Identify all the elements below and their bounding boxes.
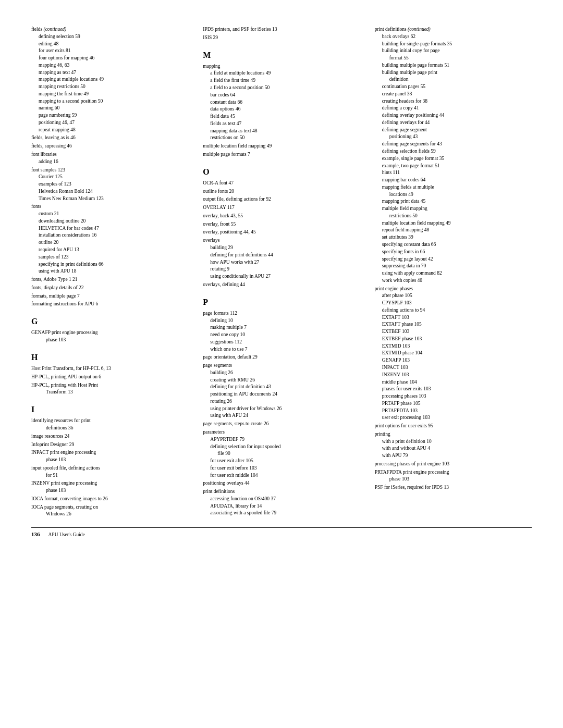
index-sub-entry: with a print definition 10 — [375, 438, 532, 446]
index-entry: mapping — [203, 63, 360, 70]
index-entry: image resources 24 — [31, 433, 188, 440]
index-entry: parameters — [203, 429, 360, 436]
index-sub-entry: need one copy 10 — [203, 331, 360, 339]
index-sub-entry: samples of 123 — [31, 254, 188, 261]
index-entry: multiple location field mapping 49 — [203, 143, 360, 150]
index-sub-entry: custom 21 — [31, 211, 188, 218]
index-sub-entry: field data 45 — [203, 113, 360, 120]
index-sub-entry: GENAFP 103 — [375, 357, 532, 364]
section-letter-H: H — [31, 351, 188, 363]
index-sub-entry: building multiple page print — [375, 69, 532, 77]
index-sub-entry: mapping restrictions 50 — [31, 83, 188, 91]
index-sub-entry: downloading outline 20 — [31, 218, 188, 225]
index-entry: print definitions (continued) — [375, 26, 532, 33]
index-sub-entry: CPYSPLF 103 — [375, 300, 532, 307]
index-sub-entry: positioning in APU documents 24 — [203, 391, 360, 398]
index-sub-entry: using printer driver for Windows 26 — [203, 405, 360, 413]
index-sub-entry: mapping the first time 49 — [31, 91, 188, 98]
index-entry: INZENV print engine processing — [31, 480, 188, 487]
index-entry: HP-PCL, printing with Host Print — [31, 382, 188, 389]
index-sub-entry: mapping bar codes 64 — [375, 177, 532, 184]
index-sub-entry: definitions 36 — [31, 425, 188, 432]
index-sub-entry: defining page segment — [375, 127, 532, 134]
index-sub-entry: APYPRTDEF 79 — [203, 436, 360, 443]
index-entry: IPDS printers, and PSF for iSeries 13 — [203, 26, 360, 33]
section-letter-M: M — [203, 49, 360, 61]
index-sub-entry: building 26 — [203, 369, 360, 377]
index-entry: overlay, positioning 44, 45 — [203, 229, 360, 236]
index-entry: INPACT print engine processing — [31, 449, 188, 456]
index-sub-entry: adding 16 — [31, 158, 188, 166]
index-sub-entry: defining a copy 41 — [375, 105, 532, 112]
index-entry: outline fonts 20 — [203, 188, 360, 195]
index-sub-entry: suppressing data in 70 — [375, 263, 532, 270]
index-sub-entry: specifying fonts in 66 — [375, 249, 532, 256]
index-sub-entry: installation considerations 16 — [31, 232, 188, 239]
index-entry: print options for user exits 95 — [375, 423, 532, 430]
index-sub-entry: Transform 13 — [31, 389, 188, 396]
index-sub-entry: four options for mapping 46 — [31, 55, 188, 62]
index-sub-entry: phases for user exits 103 — [375, 386, 532, 393]
index-sub-entry: HELVETICA for bar codes 47 — [31, 225, 188, 232]
index-sub-entry: defining overlays for 44 — [375, 119, 532, 127]
index-sub-entry: how APU works with 27 — [203, 259, 360, 266]
index-entry: overlays — [203, 237, 360, 244]
index-entry: fields, leaving as is 46 — [31, 134, 188, 142]
index-sub-entry: EXTMID 103 — [375, 343, 532, 350]
index-entry: page formats 112 — [203, 310, 360, 317]
index-sub-entry: defining overlay positioning 44 — [375, 112, 532, 119]
index-sub-entry: locations 49 — [375, 191, 532, 199]
index-sub-entry: defining actions to 94 — [375, 307, 532, 314]
index-sub-entry: processing phases 103 — [375, 393, 532, 400]
index-entry: page segments, steps to create 26 — [203, 421, 360, 428]
index-sub-entry: work with copies 40 — [375, 277, 532, 285]
index-sub-entry: EXTAFT 103 — [375, 314, 532, 322]
index-sub-entry: fields as text 47 — [203, 120, 360, 128]
index-sub-entry: hints 111 — [375, 169, 532, 177]
index-sub-entry: mapping to a second position 50 — [31, 98, 188, 105]
index-sub-entry: phase 103 — [31, 487, 188, 495]
index-sub-entry: mapping print data 45 — [375, 198, 532, 205]
index-entry: OVERLAY 117 — [203, 204, 360, 212]
index-entry: HP-PCL, printing APU output on 6 — [31, 374, 188, 381]
index-sub-entry: defining selection for input spooled — [203, 443, 360, 451]
index-entry: processing phases of print engine 103 — [375, 461, 532, 468]
index-sub-entry: mapping 46, 63 — [31, 62, 188, 69]
index-entry: ISIS 29 — [203, 34, 360, 42]
index-entry: positioning overlays 44 — [203, 480, 360, 487]
index-sub-entry: EXTMID phase 104 — [375, 350, 532, 357]
index-sub-entry: specifying constant data 66 — [375, 241, 532, 249]
index-sub-entry: defining for print definitions 44 — [203, 252, 360, 259]
index-sub-entry: for 91 — [31, 472, 188, 479]
column-3: print definitions (continued)back overla… — [375, 25, 532, 518]
entry-term: fields — [31, 27, 43, 32]
index-sub-entry: rotating 26 — [203, 398, 360, 405]
index-sub-entry: PRTAFPDTA 103 — [375, 408, 532, 415]
index-entry: PSF for iSeries, required for IPDS 13 — [375, 484, 532, 491]
index-sub-entry: create panel 38 — [375, 91, 532, 98]
index-entry: overlays, defining 44 — [203, 281, 360, 289]
index-sub-entry: EXTBEF phase 103 — [375, 336, 532, 343]
index-sub-entry: APUDATA, library for 14 — [203, 503, 360, 510]
index-sub-entry: restrictions on 50 — [203, 134, 360, 142]
index-entry: fonts, display details of 22 — [31, 285, 188, 292]
index-sub-entry: associating with a spooled file 79 — [203, 510, 360, 517]
index-entry: Infoprint Designer 29 — [31, 441, 188, 449]
index-entry: font samples 123 — [31, 167, 188, 174]
index-sub-entry: continuation pages 55 — [375, 83, 532, 91]
index-sub-entry: specifying in print definitions 66 — [31, 261, 188, 268]
index-sub-entry: defining selection fields 59 — [375, 148, 532, 155]
index-entry: IOCA page segments, creating on — [31, 504, 188, 511]
index-sub-entry: constant data 66 — [203, 99, 360, 106]
column-1: fields (continued)defining selection 59e… — [31, 25, 203, 518]
section-letter-G: G — [31, 315, 188, 327]
index-sub-entry: phase 103 — [31, 337, 188, 344]
index-sub-entry: a field the first time 49 — [203, 77, 360, 84]
index-sub-entry: definition — [375, 76, 532, 83]
index-entry: IOCA format, converting images to 26 — [31, 496, 188, 503]
index-sub-entry: PRTAFP phase 105 — [375, 400, 532, 408]
index-sub-entry: for user exit after 105 — [203, 458, 360, 465]
index-sub-entry: building initial copy for page — [375, 47, 532, 55]
index-sub-entry: page numbering 59 — [31, 112, 188, 119]
index-sub-entry: using with APU 18 — [31, 268, 188, 275]
